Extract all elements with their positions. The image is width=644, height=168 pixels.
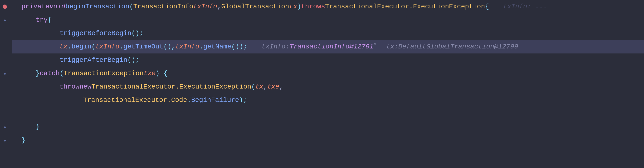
code-line-6: } catch ( TransactionException txe ) {	[12, 67, 644, 80]
call-name: ());	[232, 42, 247, 52]
bookmark-icon: ⬥	[3, 16, 6, 24]
paren-exc-open: (	[251, 82, 256, 92]
gutter-line-3	[0, 27, 10, 40]
trigger-before-begin: triggerBeforeBegin	[60, 28, 131, 38]
call-end-1: ();	[131, 28, 143, 38]
brace-close-try: }	[36, 68, 40, 78]
tx-var: tx	[60, 42, 68, 52]
keyword-throws: throws	[301, 2, 325, 12]
debug-arrow: ˅	[373, 42, 377, 52]
gutter-line-8	[0, 94, 10, 107]
brace-open: {	[485, 2, 489, 12]
code-class: TransactionalExecutor.Code	[83, 95, 187, 105]
code-line-10: }	[12, 120, 644, 134]
code-content: private void beginTransaction ( Transact…	[10, 0, 644, 168]
keyword-catch: catch	[40, 68, 60, 78]
trigger-after-begin: triggerAfterBegin	[60, 55, 128, 65]
code-line-4: tx . begin ( txInfo . getTimeOut (), txI…	[12, 40, 644, 53]
call-end-2: ();	[128, 55, 139, 65]
param-type-2: GlobalTransaction	[221, 2, 289, 12]
txinfo-var-1: txInfo	[95, 42, 120, 52]
debug-txinfo-label: txInfo:	[262, 42, 290, 52]
gutter-line-2: ⬥	[0, 13, 10, 27]
comma-2: ,	[263, 82, 267, 92]
debug-tx-label: tx:	[386, 42, 398, 52]
brace-close-method: }	[22, 135, 26, 145]
bookmark-icon-3: ⬥	[3, 123, 6, 131]
gutter-line-7	[0, 80, 10, 94]
param-txinfo: txInfo	[193, 2, 217, 12]
gutter: ⬥ ⬥ ⬥ ⬥	[0, 0, 10, 168]
code-line-9	[12, 107, 644, 120]
gutter-line-1	[0, 0, 10, 13]
dot-2: .	[120, 42, 124, 52]
gutter-line-5	[0, 53, 10, 67]
keyword-throw: throw	[60, 82, 80, 92]
code-line-7: throw new TransactionalExecutor.Executio…	[12, 80, 644, 94]
comma-3: ,	[279, 82, 283, 92]
code-line-11: }	[12, 134, 644, 147]
code-line-5: triggerAfterBegin ();	[12, 53, 644, 67]
exception-type: TransactionException	[64, 68, 144, 78]
begin-failure: BeginFailure	[191, 95, 239, 105]
debug-txinfo-value: TransactionInfo@12791	[290, 42, 373, 52]
bookmark-icon-4: ⬥	[3, 136, 6, 144]
debug-tx-value: DefaultGlobalTransaction@12799	[398, 42, 518, 52]
keyword-void: void	[50, 2, 66, 12]
code-line-8: TransactionalExecutor.Code . BeginFailur…	[12, 94, 644, 107]
gutter-line-11: ⬥	[0, 134, 10, 147]
paren-begin-open: (	[91, 42, 95, 52]
dot-1: .	[68, 42, 72, 52]
brace-try: {	[48, 15, 52, 25]
call-timeout: (),	[164, 42, 175, 52]
comma-1: ,	[217, 2, 221, 12]
paren-exc-close: );	[239, 95, 247, 105]
gutter-line-6: ⬥	[0, 67, 10, 80]
exception-class: TransactionalExecutor.ExecutionException	[325, 2, 485, 12]
code-line-3: triggerBeforeBegin ();	[12, 27, 644, 40]
param-tx: tx	[289, 2, 297, 12]
keyword-try: try	[36, 15, 48, 25]
txe-var-2: txe	[267, 82, 279, 92]
method-begin: begin	[71, 42, 91, 52]
tx-var-2: tx	[255, 82, 263, 92]
breakpoint-icon[interactable]	[2, 5, 7, 9]
brace-close-catch: }	[36, 122, 40, 132]
right-hint-1: txInfo: ...	[503, 2, 547, 12]
code-line-1: private void beginTransaction ( Transact…	[12, 0, 644, 13]
param-type-1: TransactionInfo	[134, 2, 193, 12]
method-getname: getName	[203, 42, 232, 52]
paren-catch-open: (	[60, 68, 64, 78]
method-gettimeout: getTimeOut	[124, 42, 164, 52]
paren-catch-close: ) {	[156, 68, 168, 78]
dot-3: .	[199, 42, 203, 52]
gutter-line-4	[0, 40, 10, 53]
execution-exception-class: TransactionalExecutor.ExecutionException	[91, 82, 251, 92]
gutter-line-10: ⬥	[0, 120, 10, 134]
paren-open: (	[129, 2, 134, 12]
gutter-line-9	[0, 107, 10, 120]
bookmark-icon-2: ⬥	[3, 70, 6, 77]
txe-var: txe	[144, 68, 156, 78]
code-editor: ⬥ ⬥ ⬥ ⬥ private void beginTrans	[0, 0, 644, 168]
keyword-new: new	[80, 82, 91, 92]
code-line-2: try {	[12, 13, 644, 27]
dot-code: .	[187, 95, 191, 105]
keyword-private: private	[22, 2, 50, 12]
paren-close: )	[297, 2, 301, 12]
txinfo-var-2: txInfo	[175, 42, 199, 52]
method-name: beginTransaction	[66, 2, 129, 12]
